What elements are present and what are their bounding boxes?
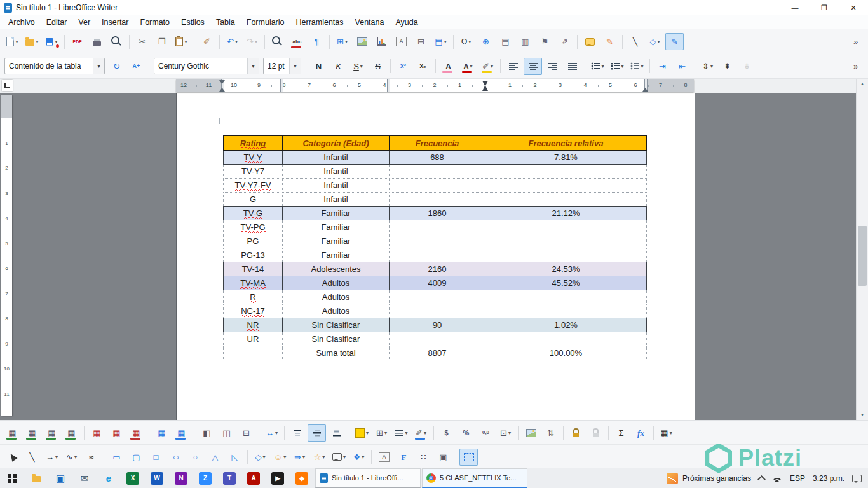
menu-formulario[interactable]: Formulario — [241, 16, 290, 29]
table-cell[interactable]: PG — [224, 234, 283, 248]
insert-field[interactable]: ▤▾ — [431, 33, 450, 50]
table-background-color-dropdown[interactable]: ▾ — [366, 430, 369, 436]
border-color[interactable]: ✐▾ — [412, 424, 430, 442]
toolbar-overflow-format[interactable]: » — [846, 58, 865, 75]
table-cell[interactable]: 688 — [390, 151, 485, 165]
table-cell[interactable]: Adolescentes — [283, 262, 390, 276]
menu-editar[interactable]: Editar — [41, 16, 73, 29]
table-cell[interactable]: Adultos — [283, 290, 390, 304]
insert-row-above[interactable]: ▦ — [3, 424, 22, 442]
column-divider-marker[interactable] — [482, 81, 488, 91]
insert-comment[interactable] — [581, 33, 599, 50]
subscript[interactable]: x₂ — [414, 58, 432, 75]
font-color[interactable]: A▾ — [459, 58, 477, 75]
table-cell[interactable]: TV-G — [224, 207, 283, 220]
isosceles-triangle[interactable]: △ — [206, 449, 224, 466]
toggle-extrusion[interactable]: ▣ — [434, 449, 452, 466]
right-triangle[interactable]: ◺ — [226, 449, 244, 466]
curves-and-polygons-dropdown[interactable]: ▾ — [74, 454, 77, 460]
callout-shapes-dropdown[interactable]: ▾ — [343, 454, 346, 460]
insert-page-break[interactable]: ⊟ — [412, 33, 430, 50]
callout-shapes[interactable]: ▾ — [330, 449, 348, 466]
table-cell[interactable] — [390, 193, 485, 207]
insert-row-below[interactable]: ▦ — [23, 424, 41, 442]
table-cell[interactable]: 8807 — [390, 346, 485, 360]
font-size-combo[interactable]: 12 pt▾ — [263, 58, 301, 74]
table-cell[interactable]: Adultos — [283, 304, 390, 318]
insert-endnote[interactable]: ▥ — [516, 33, 534, 50]
insert-special-character[interactable]: Ω▾ — [457, 33, 475, 50]
select-cell[interactable]: ▦ — [153, 424, 171, 442]
clone-formatting[interactable]: ✐ — [198, 33, 216, 50]
frequency-table[interactable]: RatingCategoría (Edad)FrecuenciaFrecuenc… — [223, 135, 647, 360]
redo[interactable]: ↷▾ — [243, 33, 261, 50]
insert-line[interactable]: ╲ — [626, 33, 644, 50]
block-arrows[interactable]: ⇒▾ — [290, 449, 309, 466]
table-cell[interactable]: 100.00% — [485, 346, 647, 360]
font-color-dropdown[interactable]: ▾ — [470, 64, 472, 69]
ordered-list[interactable]: ▾ — [608, 58, 627, 75]
taskbar-excel[interactable]: X — [121, 468, 145, 488]
table-cell[interactable] — [485, 179, 647, 193]
unordered-list-dropdown[interactable]: ▾ — [601, 64, 604, 69]
align-bottom[interactable] — [327, 424, 346, 442]
strikethrough[interactable]: S — [369, 58, 387, 75]
table-cell[interactable] — [485, 234, 647, 248]
restore-button[interactable]: ❐ — [810, 0, 839, 15]
number-format-percent[interactable]: % — [457, 424, 475, 442]
border-style-dropdown[interactable]: ▾ — [405, 430, 407, 436]
menu-archivo[interactable]: Archivo — [3, 16, 41, 29]
decrease-indent[interactable]: ⇤ — [673, 58, 691, 75]
print[interactable] — [88, 33, 106, 50]
highlight-color[interactable]: ✐▾ — [478, 58, 497, 75]
table-cell[interactable] — [390, 220, 485, 234]
table-cell[interactable] — [485, 332, 647, 346]
protect-cells[interactable] — [567, 424, 585, 442]
taskbar-acrobat[interactable]: A — [241, 468, 266, 488]
table-cell[interactable]: TV-Y7-FV — [224, 179, 283, 193]
align-left[interactable] — [504, 58, 522, 75]
find-and-replace[interactable] — [268, 33, 287, 50]
menu-estilos[interactable]: Estilos — [175, 16, 210, 29]
insert-chart[interactable] — [372, 33, 391, 50]
menu-tabla[interactable]: Tabla — [210, 16, 241, 29]
table-cell[interactable] — [485, 248, 647, 262]
clear-formatting[interactable]: A — [439, 58, 458, 75]
sum[interactable]: Σ — [612, 424, 630, 442]
table-cell[interactable]: Infantil — [283, 179, 390, 193]
toolbar-overflow-main[interactable]: » — [846, 33, 865, 50]
taskbar-window-button[interactable]: Sin título 1 - LibreOffi... — [315, 468, 421, 488]
column-header[interactable]: Categoría (Edad) — [283, 136, 390, 151]
insert-bookmark[interactable]: ⚑ — [536, 33, 554, 50]
border-color-dropdown[interactable]: ▾ — [424, 430, 426, 436]
table-cell[interactable]: PG-13 — [224, 248, 283, 262]
basic-shapes[interactable]: ◇▾ — [646, 33, 664, 50]
rectangle[interactable]: ▭ — [107, 449, 126, 466]
circle[interactable]: ○ — [186, 449, 205, 466]
taskbar-window-button[interactable]: 5 CLASE_NETFLIX Te... — [422, 468, 527, 488]
table-cell[interactable]: Infantil — [283, 151, 390, 165]
align-top[interactable] — [288, 424, 306, 442]
menu-insertar[interactable]: Insertar — [96, 16, 134, 29]
cut[interactable]: ✂ — [133, 33, 151, 50]
decrease-paragraph-spacing[interactable]: ⇟ — [738, 58, 756, 75]
table-cell[interactable]: 2160 — [390, 262, 485, 276]
table-cell[interactable]: 1860 — [390, 207, 485, 220]
taskbar-file-explorer[interactable] — [24, 468, 48, 488]
notifications-icon[interactable] — [852, 475, 862, 482]
show-draw-functions[interactable]: ✎ — [665, 33, 684, 50]
start-button[interactable] — [0, 468, 24, 488]
table-cell[interactable] — [390, 179, 485, 193]
table-cell[interactable] — [390, 290, 485, 304]
border-style[interactable]: ▾ — [392, 424, 410, 442]
paragraph-style-combo-dropdown[interactable]: ▾ — [93, 58, 104, 74]
table-cell[interactable]: NC-17 — [224, 304, 283, 318]
spelling-check[interactable]: abc — [288, 33, 306, 50]
insert-special-character-dropdown[interactable]: ▾ — [468, 39, 471, 44]
taskbar-teams[interactable]: T — [217, 468, 241, 488]
unordered-list[interactable]: ▾ — [588, 58, 607, 75]
table-cell[interactable]: Suma total — [283, 346, 390, 360]
taskbar-mail[interactable]: ✉ — [72, 468, 97, 488]
table-cell[interactable] — [224, 346, 283, 360]
vertical-scrollbar[interactable]: ▲ ▼ — [856, 78, 868, 420]
